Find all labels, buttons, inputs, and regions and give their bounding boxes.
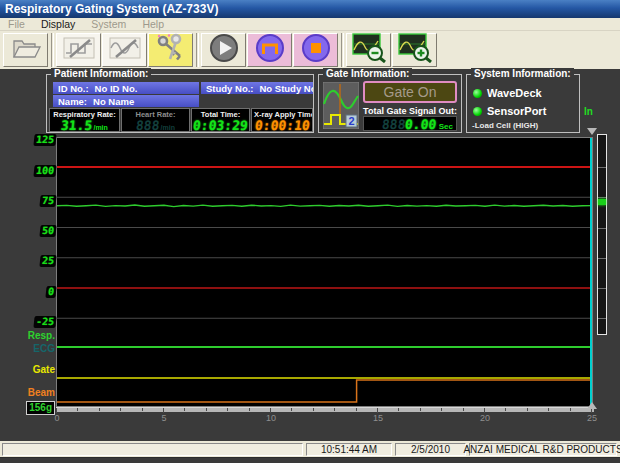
waveform-plot (56, 137, 593, 407)
x-axis-label: 0 (49, 413, 65, 423)
toolbar-separator (51, 33, 54, 67)
axis-tick (420, 408, 421, 411)
x-axis-label: 5 (156, 413, 172, 423)
study-no-field: Study No.: No Study No. (201, 82, 313, 94)
row-label-gate: Gate (33, 364, 55, 376)
chart-zoom-in-button[interactable] (392, 33, 437, 67)
edit-sine-button[interactable] (102, 33, 147, 67)
name-value: No Name (93, 96, 134, 107)
stop-button[interactable] (293, 33, 338, 67)
total-gate-signal-display: 888 0.00 Sec (363, 116, 457, 131)
axis-tick (527, 408, 528, 411)
wavedeck-led-icon (473, 89, 482, 98)
y-axis-label: 50 (39, 225, 56, 237)
y-axis-label: 0 (45, 286, 56, 298)
gate-on-button[interactable]: Gate On (363, 81, 457, 103)
status-company: ANZAI MEDICAL R&D PRODUCTS (469, 443, 617, 456)
total-gate-signal-unit: Sec (439, 122, 453, 131)
y-axis-label: 125 (33, 134, 56, 146)
status-date: 2/5/2010 (395, 443, 466, 456)
cursor-marker-top[interactable] (587, 128, 597, 135)
axis-tick (334, 408, 335, 411)
system-information-title: System Information: (471, 68, 574, 79)
total-gate-signal-label: Total Gate Signal Out: (363, 106, 457, 116)
open-file-button[interactable] (3, 33, 48, 67)
gauge-division (598, 167, 606, 168)
stop-icon (301, 33, 331, 67)
menu-system[interactable]: System (83, 18, 134, 31)
toolbar (0, 31, 620, 69)
axis-tick (206, 408, 207, 411)
gauge-threshold-marker[interactable] (598, 199, 606, 205)
axis-tick (249, 408, 250, 411)
axis-tick (184, 408, 185, 411)
row-label-beam: Beam (28, 387, 55, 399)
total-time-meter: Total Time: 0:03:29 (191, 108, 250, 132)
sensorport-status: SensorPort (473, 105, 546, 117)
chart-zoom-in-icon (398, 33, 432, 67)
gate-on-button-label: Gate On (384, 84, 437, 100)
patient-information-title: Patient Information: (51, 68, 151, 79)
chart-zoom-out-button[interactable] (346, 33, 391, 67)
x-axis-label: 15 (370, 413, 386, 423)
axis-tick (548, 408, 549, 411)
open-folder-icon (10, 34, 42, 66)
axis-tick (77, 408, 78, 411)
sensorport-led-icon (473, 107, 482, 116)
keys-button[interactable] (148, 33, 193, 67)
edit-pulse-wave-icon (63, 35, 95, 65)
heart-rate-meter: Heart Rate: 888/min (121, 108, 190, 132)
gate-information-panel: Gate Information: 2 Gate On Total Gate S… (318, 74, 462, 133)
patient-information-panel: Patient Information: ID No.: No ID No. S… (46, 74, 314, 133)
time-axis-ruler (56, 407, 594, 412)
threshold-level-gauge[interactable] (597, 134, 607, 335)
axis-tick (570, 408, 571, 411)
x-axis-label: 25 (584, 413, 600, 423)
axis-tick (463, 408, 464, 411)
respiratory-rate-meter: Respiratory Rate: 31.5/min (49, 108, 120, 132)
gate-pulse-button[interactable] (247, 33, 292, 67)
x-axis-label: 20 (477, 413, 493, 423)
axis-tick (398, 408, 399, 411)
play-icon (209, 33, 239, 67)
axis-tick (99, 408, 100, 411)
name-label: Name: (58, 96, 87, 107)
menu-display[interactable]: Display (33, 18, 83, 31)
study-label: Study No.: (206, 83, 254, 94)
xray-apply-time-meter: X-ray Apply Time: 0:00:10 (251, 108, 313, 132)
title-bar: Respiratory Gating System (AZ-733V) (0, 0, 620, 18)
row-label-ecg: ECG (33, 343, 55, 355)
total-time-value: 0:03:29 (192, 119, 248, 132)
svg-text:2: 2 (348, 115, 354, 127)
y-axis-label: 75 (39, 195, 56, 207)
edit-pulse-button[interactable] (56, 33, 101, 67)
status-message-panel (2, 443, 303, 456)
toolbar-separator (196, 33, 199, 67)
axis-tick (313, 408, 314, 411)
lcd-ghost-digits: 888 (381, 117, 406, 132)
play-button[interactable] (201, 33, 246, 67)
status-bar: 10:51:44 AM 2/5/2010 ANZAI MEDICAL R&D P… (0, 441, 620, 457)
menu-file[interactable]: File (0, 18, 33, 31)
gauge-division (598, 258, 606, 259)
load-cell-note: -Load Cell (HIGH) (472, 121, 538, 130)
patient-id-field: ID No.: No ID No. (53, 82, 199, 94)
patient-name-field: Name: No Name (53, 95, 199, 107)
heart-rate-value: 888 (135, 119, 160, 132)
menu-help[interactable]: Help (134, 18, 172, 31)
row-label-resp: Resp. (28, 330, 55, 342)
xray-apply-time-value: 0:00:10 (254, 119, 310, 132)
gauge-division (598, 228, 606, 229)
cursor-marker-bottom[interactable] (587, 402, 597, 409)
keys-icon (155, 33, 187, 67)
toolbar-separator (341, 33, 344, 67)
study-value: No Study No. (260, 83, 314, 94)
axis-tick (142, 408, 143, 411)
y-axis-label: 25 (39, 255, 56, 267)
id-label: ID No.: (58, 83, 89, 94)
y-axis-label: -25 (33, 316, 56, 328)
window-title: Respiratory Gating System (AZ-733V) (5, 2, 218, 16)
wavedeck-status: WaveDeck (473, 87, 542, 99)
total-gate-signal-value: 0.00 (405, 117, 438, 132)
gauge-division (598, 318, 606, 319)
